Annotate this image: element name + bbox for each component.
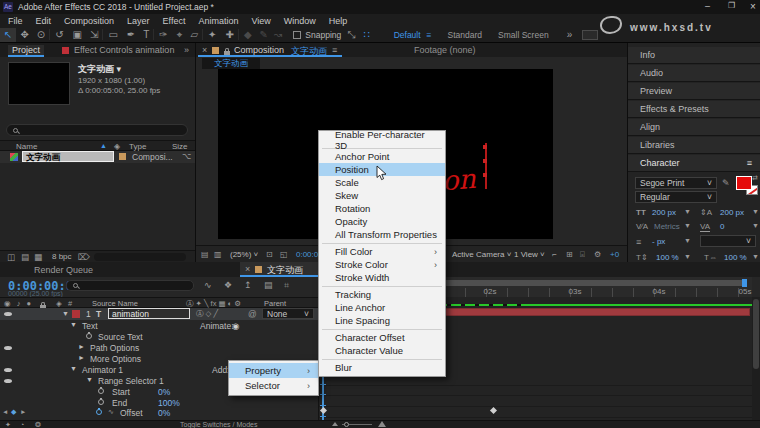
viewer-subtab[interactable]: 文字动画 bbox=[202, 58, 260, 69]
zoom-slider-knob[interactable] bbox=[344, 422, 349, 427]
composition-mini-flowchart-icon[interactable]: ∿ bbox=[204, 280, 212, 290]
tab-project[interactable]: Project bbox=[8, 45, 44, 57]
range-selector-eye-icon[interactable] bbox=[4, 379, 12, 383]
timeline-tab-close-icon[interactable]: × bbox=[245, 264, 250, 274]
fast-previews-icon[interactable]: ⊞ bbox=[566, 250, 573, 259]
header-label-icon[interactable]: ◈ bbox=[56, 299, 62, 308]
menu-item-blur[interactable]: Blur bbox=[319, 361, 445, 374]
column-type[interactable]: Type bbox=[129, 142, 146, 151]
offset-graph-icon[interactable]: ∿ bbox=[108, 408, 114, 416]
tab-render-queue[interactable]: Render Queue bbox=[34, 265, 93, 275]
swap-colors-icon[interactable]: ⇄ bbox=[752, 174, 758, 182]
new-composition-icon[interactable]: ▦ bbox=[34, 252, 42, 262]
menu-edit[interactable]: Edit bbox=[36, 16, 52, 26]
stroke-style-select[interactable]: ˅ bbox=[700, 235, 756, 247]
menu-item-anchor-point[interactable]: Anchor Point bbox=[319, 150, 445, 163]
pen-tool-icon[interactable]: ✒ bbox=[123, 29, 139, 40]
rotation-tool-icon[interactable]: ↺ bbox=[49, 29, 68, 40]
start-value[interactable]: 0% bbox=[158, 387, 170, 397]
offset-value[interactable]: 0% bbox=[158, 408, 170, 418]
range-selector-twirl-icon[interactable]: ▼ bbox=[86, 376, 93, 383]
layer-switches-icons[interactable]: Ⓐ ◇ ╱ bbox=[196, 309, 218, 319]
project-search-input[interactable] bbox=[6, 124, 188, 136]
more-options-twirl-icon[interactable]: ► bbox=[78, 354, 85, 361]
workspace-menu-icon[interactable]: ≡ bbox=[427, 30, 432, 40]
eraser-tool-icon[interactable]: ▱ bbox=[186, 29, 202, 40]
text-group-label[interactable]: Text bbox=[82, 321, 98, 331]
path-options-label[interactable]: Path Options bbox=[90, 343, 139, 353]
offset-stopwatch-icon[interactable] bbox=[96, 409, 102, 415]
prev-keyframe-icon[interactable]: ◄ bbox=[2, 408, 8, 415]
column-source-name[interactable]: Source Name bbox=[92, 299, 138, 308]
timeline-search-input[interactable] bbox=[66, 280, 194, 291]
prop-row-text[interactable]: ▼ Text Animate: ◉ bbox=[0, 320, 318, 331]
menu-view[interactable]: View bbox=[251, 16, 270, 26]
type-tool-icon[interactable]: T bbox=[139, 29, 153, 40]
menu-file[interactable]: File bbox=[8, 16, 23, 26]
end-label[interactable]: End bbox=[112, 398, 127, 408]
column-size[interactable]: Size bbox=[172, 142, 188, 151]
menu-item-stroke-color[interactable]: Stroke Color› bbox=[319, 258, 445, 271]
text-twirl-icon[interactable]: ▼ bbox=[70, 321, 77, 328]
project-comp-name[interactable]: 文字动画 ▾ bbox=[78, 63, 121, 76]
header-hash[interactable]: # bbox=[68, 299, 72, 308]
layer-twirl-icon[interactable]: ▼ bbox=[62, 310, 69, 317]
tab-footage[interactable]: Footage (none) bbox=[414, 45, 476, 55]
clone-stamp-tool-icon[interactable]: ⌖ bbox=[173, 29, 187, 41]
text-cursor-handle-mid[interactable] bbox=[483, 159, 487, 163]
puppet-pin-tool-icon[interactable]: ✚ bbox=[221, 29, 237, 40]
menu-composition[interactable]: Composition bbox=[64, 16, 114, 26]
prop-row-offset[interactable]: ◄ ◆ ► ∿ Offset 0% bbox=[0, 407, 318, 418]
layer-row-1[interactable]: ▼ 1 T animation Ⓐ ◇ ╱ @ None˅ bbox=[0, 308, 318, 320]
canvas-text[interactable]: on bbox=[441, 163, 477, 196]
snapping-checkbox[interactable] bbox=[293, 31, 301, 39]
column-parent[interactable]: Parent bbox=[264, 299, 286, 308]
eyedropper-icon[interactable]: ✎ bbox=[722, 178, 730, 188]
timeline-scrollbar[interactable] bbox=[752, 297, 760, 420]
menu-window[interactable]: Window bbox=[284, 16, 316, 26]
minimize-button[interactable]: – bbox=[705, 1, 710, 11]
menu-item-opacity[interactable]: Opacity bbox=[319, 215, 445, 228]
timeline-jump-icon[interactable]: ⌻ bbox=[580, 250, 585, 260]
workspace-overflow-icon[interactable]: » bbox=[567, 29, 573, 40]
layer-name-box[interactable]: animation bbox=[108, 308, 190, 319]
leading-value[interactable]: 200 px bbox=[720, 208, 744, 217]
menu-layer[interactable]: Layer bbox=[127, 16, 150, 26]
shape-tool-icon[interactable]: ▭ bbox=[102, 29, 122, 40]
menu-effect[interactable]: Effect bbox=[163, 16, 186, 26]
path-options-twirl-icon[interactable]: ► bbox=[78, 343, 85, 350]
draft-3d-icon[interactable]: ❖ bbox=[224, 280, 232, 290]
range-selector-label[interactable]: Range Selector 1 bbox=[98, 376, 164, 386]
snap-grid-icon[interactable]: ∷ bbox=[361, 29, 371, 40]
character-menu-icon[interactable]: ≡ bbox=[747, 158, 752, 168]
source-text-label[interactable]: Source Text bbox=[98, 332, 143, 342]
panel-effects-presets[interactable]: Effects & Presets bbox=[628, 101, 760, 118]
zoom-tool-icon[interactable]: ⊙ bbox=[33, 29, 49, 40]
kerning-value[interactable]: Metrics bbox=[654, 222, 680, 231]
timeline-zoom-slider[interactable] bbox=[342, 424, 372, 425]
prop-row-end[interactable]: End 100% bbox=[0, 397, 318, 408]
magnification-dropdown[interactable]: (25%) ˅ bbox=[230, 250, 258, 259]
work-area-end-handle[interactable] bbox=[742, 279, 747, 287]
tracking-value[interactable]: 0 bbox=[720, 222, 724, 231]
motion-blur-switch-icon[interactable]: ❂ bbox=[35, 421, 41, 428]
camera-dropdown[interactable]: Active Camera ˅ bbox=[452, 250, 511, 259]
tab-composition[interactable]: Composition bbox=[234, 45, 284, 55]
pixel-aspect-icon[interactable]: ⌐ bbox=[552, 250, 557, 259]
menu-animation[interactable]: Animation bbox=[198, 16, 238, 26]
pan-behind-tool-icon[interactable]: ⇲ bbox=[86, 29, 102, 40]
timeline-tab-label[interactable]: 文字动画 bbox=[267, 264, 303, 277]
animate-button-icon[interactable]: ◉ bbox=[232, 321, 239, 331]
frame-blending-icon[interactable]: ▤ bbox=[264, 280, 273, 290]
start-label[interactable]: Start bbox=[112, 387, 130, 397]
close-button[interactable]: × bbox=[750, 1, 756, 12]
next-keyframe-icon[interactable]: ► bbox=[20, 408, 26, 415]
prop-row-path-options[interactable]: ► Path Options bbox=[0, 342, 318, 353]
end-value[interactable]: 100% bbox=[158, 398, 180, 408]
panel-character-header[interactable]: Character ≡ bbox=[628, 155, 760, 172]
fill-color-swatch[interactable] bbox=[736, 176, 752, 190]
sort-up-icon[interactable]: ▲ bbox=[100, 142, 107, 149]
path-options-eye-icon[interactable] bbox=[4, 346, 12, 350]
animator-eye-icon[interactable] bbox=[4, 368, 12, 372]
menu-item-skew[interactable]: Skew bbox=[319, 189, 445, 202]
